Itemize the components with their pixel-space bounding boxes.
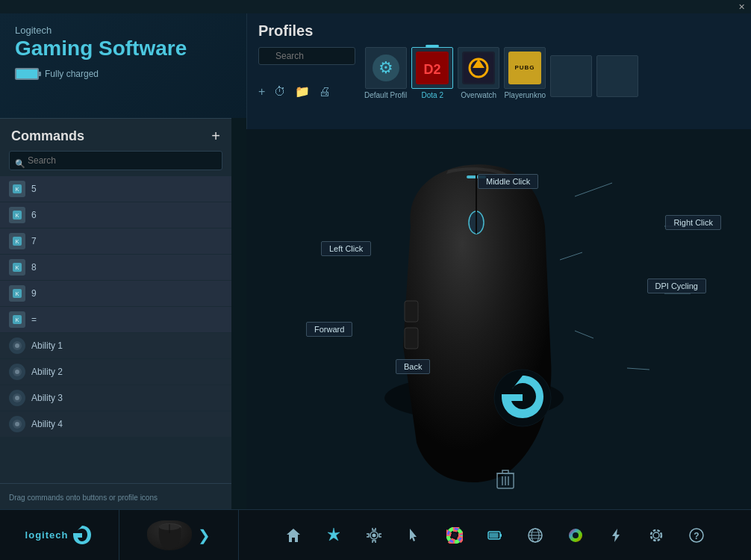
pointer-button[interactable] [401,522,428,549]
print-button[interactable]: 🖨 [319,85,331,99]
command-item-9[interactable]: K 9 [0,281,231,307]
add-command-button[interactable]: + [211,128,220,145]
svg-text:PUBG: PUBG [515,64,535,71]
command-item-ability4[interactable]: Ability 4 [0,411,231,438]
profile-icon-default[interactable]: ⚙ [365,47,407,89]
command-item-7[interactable]: K 7 [0,228,231,255]
svg-text:K: K [16,291,19,296]
svg-point-25 [15,422,19,426]
profile-icon-blank2[interactable] [596,55,638,97]
command-item-6[interactable]: K 6 [0,202,231,228]
svg-text:?: ? [694,531,699,541]
add-profile-button[interactable]: + [258,85,265,99]
svg-point-46 [373,533,376,537]
profile-item-blank1[interactable] [550,55,592,99]
battery-label: Fully charged [45,69,99,79]
folder-button[interactable]: 📁 [295,84,310,99]
settings-button[interactable] [361,522,387,549]
logitech-g-icon [71,524,93,547]
effects-button[interactable] [320,522,347,549]
profile-label-default: Default Profil [364,91,407,99]
battery-row: Fully charged [15,68,231,80]
recent-profiles-button[interactable]: ⏱ [274,85,286,99]
profile-icon-blank1[interactable] [550,55,592,97]
command-label-7: 7 [31,236,37,246]
svg-text:K: K [16,317,19,323]
globe-button[interactable] [522,522,549,549]
label-forward[interactable]: Forward [306,322,352,337]
profiles-panel: Profiles 🔍 + ⏱ 📁 🖨 ⚙ Default P [246,13,751,129]
command-icon-8: K [9,259,25,276]
svg-point-50 [452,533,457,538]
svg-point-19 [15,343,19,348]
profile-item-pubg[interactable]: PUBG Playerunkno [504,47,546,99]
spectrum-button[interactable] [562,522,589,549]
help-button[interactable]: ? [683,522,710,549]
command-icon-ability3 [9,390,25,406]
profile-icon-pubg[interactable]: PUBG [504,47,546,89]
logitech-brand-text: logitech [25,529,69,541]
bottom-icons: ? [239,522,751,549]
profile-label-overwatch: Overwatch [461,91,496,99]
svg-rect-30 [405,328,418,349]
command-icon-eq: K [9,311,25,328]
trash-button[interactable] [496,469,514,494]
bottom-mouse-thumbnail[interactable] [147,520,192,550]
command-item-ability1[interactable]: Ability 1 [0,333,231,359]
svg-point-62 [651,530,661,541]
command-item-8[interactable]: K 8 [0,255,231,281]
profile-icon-overwatch[interactable] [458,47,499,89]
command-label-8: 8 [31,262,37,273]
app-title: Gaming Software [15,37,231,60]
bottom-logo: logitech [0,510,119,560]
command-item-ability2[interactable]: Ability 2 [0,359,231,385]
svg-rect-29 [405,301,418,322]
profiles-search-input[interactable] [258,47,355,65]
commands-header: Commands + [0,119,231,151]
svg-text:K: K [16,187,19,192]
command-item-5[interactable]: K 5 [0,176,231,202]
commands-list: K 5 K 6 K 7 K 8 K 9 [0,176,231,485]
commands-title: Commands [11,128,84,144]
command-icon-ability4 [9,416,25,432]
command-icon-ability1 [9,337,25,354]
home-button[interactable] [280,522,307,549]
pubg-icon: PUBG [508,52,541,84]
gear-settings-button[interactable] [643,522,670,549]
profile-item-blank2[interactable] [596,55,638,99]
profile-item-overwatch[interactable]: Overwatch [458,47,499,99]
svg-point-60 [573,532,579,538]
label-left-click[interactable]: Left Click [321,241,371,256]
command-label-ability2: Ability 2 [31,367,63,377]
profile-icon-dota2[interactable]: D2 [411,47,453,89]
command-item-ability3[interactable]: Ability 3 [0,385,231,411]
bottom-mouse-section: ❯ [119,510,239,560]
bottom-arrow-icon[interactable]: ❯ [198,526,211,544]
profile-item-default[interactable]: ⚙ Default Profil [364,47,407,99]
profiles-search-row: 🔍 [258,47,355,65]
commands-search-wrapper: 🔍 [0,151,231,176]
command-item-eq[interactable]: K = [0,307,231,333]
color-button[interactable] [441,522,468,549]
label-left-click-text: Left Click [329,244,363,253]
label-middle-click[interactable]: Middle Click [478,174,538,189]
close-button[interactable]: ✕ [738,2,745,12]
command-label-ability4: Ability 4 [31,419,63,429]
profile-label-pubg: Playerunkno [504,91,546,99]
battery-icon [15,68,39,80]
svg-rect-53 [500,534,502,537]
title-bar: ✕ [0,0,751,13]
command-label-6: 6 [31,210,37,220]
lightning-button[interactable] [602,522,629,549]
svg-point-61 [653,532,659,538]
label-back[interactable]: Back [396,359,430,374]
profile-item-dota2[interactable]: D2 Dota 2 [411,47,453,99]
profile-icons-row: ⚙ Default Profil D2 Dota 2 [364,47,638,99]
svg-text:K: K [16,213,19,218]
svg-rect-52 [490,532,499,538]
label-right-click[interactable]: Right Click [665,215,721,230]
battery-status-button[interactable] [482,522,508,549]
label-dpi-cycling[interactable]: DPI Cycling [647,279,706,293]
label-back-text: Back [404,362,422,371]
commands-search-input[interactable] [9,151,222,170]
